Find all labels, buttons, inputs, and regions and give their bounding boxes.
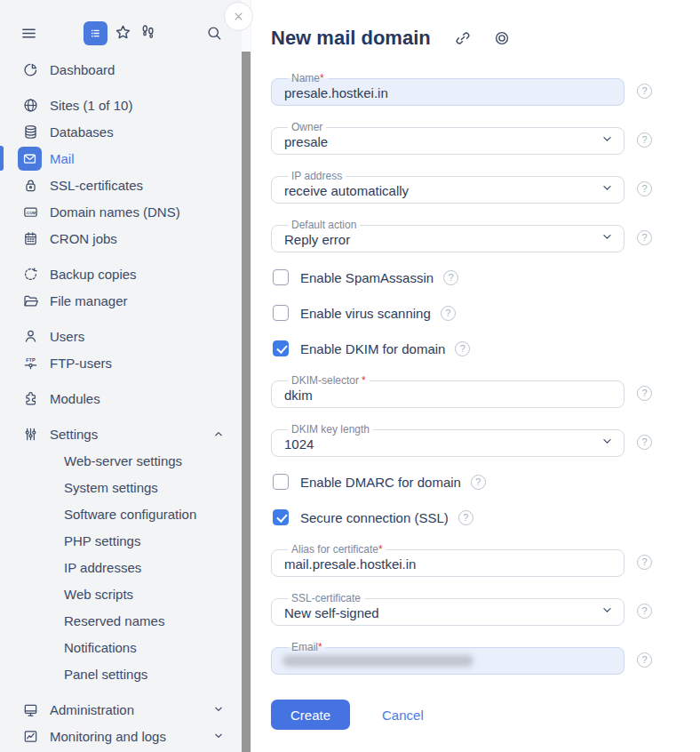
owner-select[interactable]: Owner presale	[271, 122, 624, 155]
sidebar-item-databases[interactable]: Databases	[0, 118, 251, 145]
help-icon[interactable]: ?	[458, 510, 473, 525]
field-value: mail.presale.hostkei.in	[282, 555, 613, 572]
virus-scanning-checkbox[interactable]	[273, 305, 289, 321]
sidebar-item-label: Dashboard	[50, 62, 115, 77]
sidebar-item-label: CRON jobs	[50, 231, 117, 246]
dmarc-checkbox[interactable]	[273, 474, 289, 490]
dkim-key-length-select[interactable]: DKIM key length 1024	[271, 424, 624, 457]
link-icon[interactable]	[454, 29, 472, 47]
chevron-up-icon[interactable]	[212, 428, 225, 440]
ssl-certificate-select[interactable]: SSL-certificate New self-signed	[271, 593, 624, 626]
email-field[interactable]: Email*	[271, 642, 624, 675]
sidebar-item-cron-jobs[interactable]: CRON jobs	[0, 225, 251, 252]
cancel-button[interactable]: Cancel	[377, 707, 429, 724]
user-icon	[21, 327, 39, 345]
spamassassin-checkbox[interactable]	[273, 269, 289, 285]
sidebar-topbar	[0, 0, 251, 56]
sidebar-item-modules[interactable]: Modules	[0, 385, 251, 412]
footprints-icon[interactable]	[139, 22, 157, 41]
chevron-down-icon	[601, 133, 613, 145]
sidebar-subitem-system-settings[interactable]: System settings	[0, 474, 251, 500]
sidebar-item-label: File manager	[50, 293, 128, 308]
dkim-checkbox[interactable]	[273, 340, 289, 356]
spamassassin-row: Enable SpamAssassin ?	[273, 268, 700, 286]
help-icon[interactable]: ?	[637, 555, 652, 570]
sidebar-item-ftp-users[interactable]: FTP FTP-users	[0, 349, 251, 376]
chevron-down-icon[interactable]	[212, 703, 225, 716]
globe-icon	[21, 96, 39, 114]
help-icon[interactable]: ?	[637, 132, 652, 148]
help-icon[interactable]: ?	[637, 181, 652, 196]
ftp-icon: FTP	[21, 354, 39, 372]
sidebar-item-ssl-certificates[interactable]: SSL-certificates	[0, 172, 251, 198]
field-value: Reply error	[282, 230, 613, 248]
sidebar-item-mail[interactable]: Mail	[0, 145, 251, 172]
page-title: New mail domain	[271, 27, 431, 50]
help-icon[interactable]: ?	[637, 84, 652, 99]
alias-for-certificate-field[interactable]: Alias for certificate* mail.presale.host…	[271, 544, 624, 577]
field-value: 1024	[282, 435, 613, 452]
dkim-selector-field[interactable]: DKIM-selector* dkim	[271, 375, 624, 408]
sidebar-item-monitoring-and-logs[interactable]: Monitoring and logs	[0, 723, 251, 749]
sidebar-subitem-notifications[interactable]: Notifications	[0, 634, 251, 660]
help-icon[interactable]: ?	[637, 435, 652, 450]
field-label: Email*	[288, 642, 326, 652]
folder-icon	[21, 292, 39, 309]
help-icon[interactable]: ?	[471, 475, 486, 490]
default-action-select[interactable]: Default action Reply error	[271, 220, 624, 252]
sidebar-subitem-web-scripts[interactable]: Web scripts	[0, 580, 251, 607]
list-view-icon[interactable]	[84, 21, 107, 45]
close-icon	[232, 10, 245, 23]
sidebar-subitem-web-server-settings[interactable]: Web-server settings	[0, 447, 251, 474]
dashboard-icon	[21, 60, 39, 78]
chevron-down-icon	[601, 182, 613, 194]
ssl-row: Secure connection (SSL) ?	[273, 508, 700, 526]
sidebar-subitem-software-configuration[interactable]: Software configuration	[0, 500, 251, 527]
help-icon[interactable]: ?	[637, 386, 652, 401]
sidebar-subitem-ip-addresses[interactable]: IP addresses	[0, 554, 251, 580]
favorites-star-icon[interactable]	[114, 23, 132, 42]
field-label: Name*	[288, 73, 328, 84]
ssl-checkbox[interactable]	[273, 509, 289, 525]
help-icon[interactable]: ?	[443, 270, 458, 285]
sidebar-subitem-php-settings[interactable]: PHP settings	[0, 527, 251, 554]
close-drawer-button[interactable]	[224, 2, 253, 31]
sidebar-item-label: Settings	[50, 427, 98, 442]
create-button[interactable]: Create	[271, 700, 350, 730]
sidebar-scrollbar-thumb[interactable]	[242, 52, 251, 752]
sidebar-item-label: Backup copies	[50, 267, 137, 282]
sidebar-item-label: PHP settings	[64, 533, 140, 548]
sidebar-item-settings[interactable]: Settings	[0, 420, 251, 447]
dkim-row: Enable DKIM for domain ?	[273, 340, 700, 357]
sidebar-item-label: IP addresses	[64, 560, 141, 575]
sidebar-item-sites[interactable]: Sites (1 of 10)	[0, 92, 251, 118]
sidebar-item-administration[interactable]: Administration	[0, 696, 251, 723]
sidebar-subitem-panel-settings[interactable]: Panel settings	[0, 660, 251, 687]
help-icon[interactable]: ?	[455, 341, 470, 356]
ip-address-select[interactable]: IP address receive automatically	[271, 171, 624, 204]
sidebar-item-label: Administration	[50, 702, 134, 717]
sidebar-item-label: Domain names (DNS)	[50, 204, 180, 220]
name-field[interactable]: Name* presale.hostkei.in	[271, 73, 624, 106]
hamburger-menu-icon[interactable]	[20, 25, 37, 42]
sidebar-item-dashboard[interactable]: Dashboard	[0, 56, 251, 83]
help-icon[interactable]: ?	[637, 652, 652, 668]
search-icon[interactable]	[206, 25, 223, 42]
help-icon[interactable]: ?	[637, 604, 652, 619]
sidebar-item-label: Web scripts	[64, 587, 133, 602]
chart-icon	[21, 727, 39, 745]
target-icon[interactable]	[493, 29, 511, 47]
sliders-icon	[21, 425, 39, 443]
chevron-down-icon[interactable]	[212, 730, 225, 742]
sidebar-item-file-manager[interactable]: File manager	[0, 287, 251, 314]
sidebar-subitem-reserved-names[interactable]: Reserved names	[0, 607, 251, 634]
sidebar-item-backup-copies[interactable]: Backup copies	[0, 260, 251, 287]
help-icon[interactable]: ?	[637, 230, 652, 245]
puzzle-icon	[21, 389, 39, 407]
sidebar-item-domain-names-dns[interactable]: .COM Domain names (DNS)	[0, 198, 251, 225]
field-label: Default action	[288, 220, 360, 230]
checkbox-label: Enable DMARC for domain	[300, 475, 461, 490]
help-icon[interactable]: ?	[441, 306, 456, 321]
sidebar-item-users[interactable]: Users	[0, 323, 251, 349]
new-mail-domain-form: Name* presale.hostkei.in ? Owner presale…	[271, 73, 700, 730]
